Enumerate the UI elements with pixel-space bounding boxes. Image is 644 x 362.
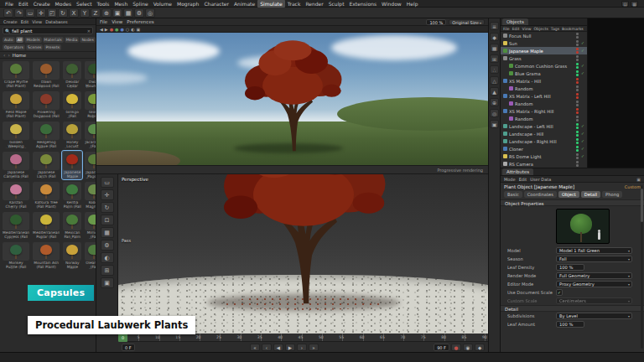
menubar-item[interactable]: File — [3, 0, 16, 8]
object-manager-menu-item[interactable]: Edit — [512, 27, 520, 31]
timeline-ruler[interactable]: 0 5 10 15 20 25 30 — [118, 334, 488, 342]
asset-filter-chip[interactable]: Scenes — [26, 44, 43, 50]
autokeying-icon[interactable]: ◉ — [463, 344, 473, 351]
asset-item[interactable]: Field Maple (Fall Plant) — [2, 90, 30, 119]
field-value[interactable]: Model 1 Fall Green — [556, 247, 632, 254]
object-tree-row[interactable]: XS Matrix - Right Hill — [501, 107, 587, 115]
asset-filter-chip[interactable]: Models — [24, 37, 41, 43]
editor-visibility-dot[interactable] — [576, 146, 579, 148]
attribute-tab[interactable]: Detail — [581, 191, 600, 198]
visibility-dots[interactable] — [576, 123, 579, 128]
visibility-dots[interactable] — [576, 63, 579, 68]
workplane-icon[interactable]: ⊞ — [490, 54, 499, 63]
visibility-dots[interactable] — [576, 85, 579, 90]
interactive-render-icon[interactable]: ◎ — [145, 8, 155, 18]
object-manager-menu-item[interactable]: Tags — [551, 27, 559, 31]
viewport-select-icon[interactable]: ▭ — [101, 177, 114, 188]
shading-icon[interactable]: ◐ — [101, 252, 114, 263]
enable-checkmark[interactable]: ✓ — [580, 124, 585, 128]
forward-icon[interactable]: › — [8, 52, 9, 58]
edges-mode-icon[interactable]: △ — [490, 76, 499, 85]
render-visibility-dot[interactable] — [576, 59, 579, 61]
asset-item[interactable]: Japanese Camellia (Fall Plant) — [2, 151, 30, 179]
asset-item[interactable]: Jacaranda (Fall Plant) — [84, 121, 96, 149]
object-tree-row[interactable]: Sun ✓ — [501, 39, 587, 47]
enable-axis-icon[interactable]: ⊕ — [490, 98, 499, 106]
object-tree-row[interactable]: Grass — [501, 54, 587, 62]
enable-checkmark[interactable]: ✓ — [580, 139, 585, 143]
asset-filter-chip[interactable]: All — [16, 37, 24, 43]
menubar-item[interactable]: Track — [285, 0, 304, 8]
render-visibility-dot[interactable] — [576, 66, 579, 69]
go-to-end-icon[interactable]: » — [309, 344, 319, 351]
asset-item[interactable]: Kanzan Cherry (Fall Plant) — [2, 181, 30, 209]
snap-icon[interactable]: ◎ — [490, 109, 499, 117]
editor-visibility-dot[interactable] — [576, 40, 579, 43]
previous-image-icon[interactable]: ◀ — [100, 26, 103, 33]
field-value[interactable]: Centimeters — [556, 297, 632, 304]
layout-grid-icon[interactable]: ▦ — [631, 1, 638, 7]
snapshot-icon[interactable]: ▣ — [137, 26, 141, 33]
render-region-icon[interactable]: ▦ — [101, 227, 114, 238]
visibility-dots[interactable] — [576, 153, 579, 158]
asset-item[interactable]: Kentia Palm (Fall Plant) — [62, 181, 82, 209]
field-value[interactable]: Fall — [556, 256, 632, 262]
asset-item[interactable]: Oleander (Fall Plant) — [84, 241, 96, 270]
custom-label[interactable]: Custom — [625, 184, 641, 189]
render-visibility-dot[interactable] — [576, 36, 579, 39]
plant-preview-image[interactable] — [556, 209, 610, 244]
menubar-item[interactable]: Select — [74, 0, 95, 8]
editor-visibility-dot[interactable] — [576, 55, 579, 58]
asset-filter-chip[interactable]: Materials — [43, 37, 64, 43]
viewport-move-icon[interactable]: ✛ — [101, 189, 114, 200]
viewport-settings-icon[interactable]: ⚙ — [101, 240, 114, 251]
y-axis-icon[interactable]: Y — [80, 8, 90, 18]
visibility-dots[interactable] — [576, 48, 579, 53]
object-tree-row[interactable]: XS Matrix - Hill — [501, 77, 587, 85]
visibility-dots[interactable] — [576, 146, 579, 151]
asset-item[interactable]: Mediterranean Cypress (Fall Plant) — [2, 211, 30, 240]
tab-objects[interactable]: Objects — [502, 18, 528, 25]
attribute-tab[interactable]: Object — [558, 191, 579, 198]
editor-visibility-dot[interactable] — [576, 93, 579, 96]
record-keyframe-icon[interactable]: ● — [451, 344, 461, 351]
perspective-viewport[interactable]: Perspective RS Camera Pass — [118, 174, 488, 334]
render-visibility-dot[interactable] — [576, 119, 579, 122]
asset-item[interactable]: Deodar Cedar (Fall Plant) — [62, 60, 82, 89]
editor-visibility-dot[interactable] — [576, 48, 579, 50]
editor-visibility-dot[interactable] — [576, 70, 579, 73]
asset-item[interactable]: Japanese Maple (Fall Plant) — [62, 151, 82, 179]
alpha-channel-icon[interactable]: ○ — [126, 26, 129, 33]
object-manager-menu-item[interactable]: File — [503, 27, 510, 31]
asset-item[interactable]: Globe Robinia (Fall Plant) — [84, 90, 96, 119]
fit-mode-dropdown[interactable]: Original Size — [449, 19, 485, 25]
asset-item[interactable]: Dawn Redwood (Fall Plant) — [32, 60, 60, 89]
asset-item[interactable]: Kobus Magnolia (Fall Plant) — [84, 181, 96, 209]
object-tree-row[interactable]: Japanese Maple ✓ — [501, 47, 587, 54]
menubar-item[interactable]: Render — [303, 0, 325, 8]
playhead[interactable]: 0 — [118, 334, 127, 342]
asset-filter-chip[interactable]: Nodes — [80, 37, 95, 43]
object-manager-menu-item[interactable]: Bookmarks — [562, 27, 584, 31]
asset-item[interactable]: Dwarf Mountain Pine (Fall Plant) — [84, 60, 96, 89]
visibility-dots[interactable] — [576, 55, 579, 60]
viewport-frame-icon[interactable]: ⊡ — [101, 215, 114, 225]
viewport-rotate-icon[interactable]: ↻ — [101, 202, 114, 213]
editor-visibility-dot[interactable] — [576, 78, 579, 80]
editor-visibility-dot[interactable] — [576, 153, 579, 156]
asset-filter-chip[interactable]: Operators — [3, 44, 25, 50]
object-tree-row[interactable]: Landscape - Right Hill ✓ — [501, 137, 587, 145]
next-image-icon[interactable]: ▶ — [105, 26, 108, 33]
visibility-dots[interactable] — [576, 93, 579, 98]
scale-tool-icon[interactable]: ◰ — [47, 8, 57, 18]
object-tree-row[interactable]: Landscape - Left Hill ✓ — [501, 122, 587, 130]
keyframe-selection-icon[interactable]: ◆ — [475, 344, 485, 351]
render-visibility-dot[interactable] — [576, 164, 579, 167]
enable-checkmark[interactable]: ✓ — [580, 71, 585, 75]
field-value[interactable]: Full Geometry — [556, 272, 632, 279]
menubar-item[interactable]: Mesh — [112, 0, 130, 8]
enable-checkmark[interactable]: ✓ — [580, 132, 585, 136]
picture-viewer-menu-item[interactable]: File — [100, 19, 107, 24]
object-tree-row[interactable]: Common Cushion Grass ✓ — [501, 62, 587, 70]
attributes-scrollbar[interactable] — [641, 185, 643, 349]
